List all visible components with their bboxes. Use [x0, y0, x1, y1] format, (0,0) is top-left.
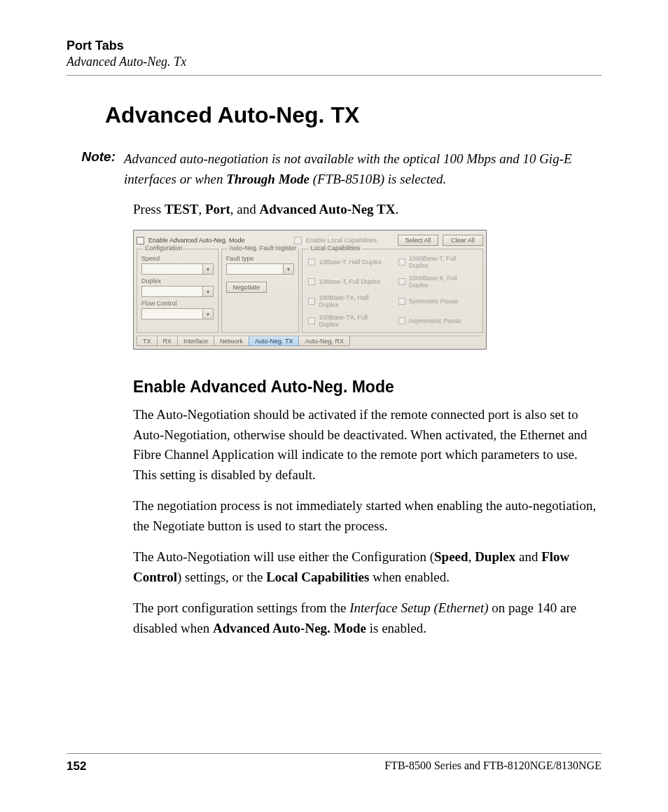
chevron-down-icon: ▾	[203, 308, 214, 319]
p3-t4: ) settings, or the	[177, 570, 266, 584]
cap-100btx-half: 100Base-TX, Half Duplex	[319, 294, 387, 308]
fault-register-group: Auto-Neg. Fault register Fault type ▾ Ne…	[221, 249, 300, 333]
tab-interface[interactable]: Interface	[177, 336, 214, 346]
negotiate-button[interactable]: Negotiate	[226, 282, 267, 293]
fault-type-dropdown[interactable]: ▾	[226, 263, 295, 275]
note-text: Advanced auto-negotiation is not availab…	[124, 149, 601, 189]
flow-control-dropdown[interactable]: ▾	[141, 308, 214, 319]
duplex-dropdown[interactable]: ▾	[141, 286, 214, 297]
press-instruction: Press TEST, Port, and Advanced Auto-Neg …	[133, 202, 601, 217]
note-label: Note:	[67, 149, 116, 189]
p3-t1: The Auto-Negotiation will use either the…	[133, 549, 434, 564]
press-b3: Advanced Auto-Neg TX	[260, 202, 396, 216]
page-title: Advanced Auto-Neg. TX	[105, 102, 601, 128]
cap-10bt-full: 10Base-T, Full Duplex	[319, 278, 380, 285]
configuration-group: Configuration Speed ▾ Duplex ▾ Flow Cont…	[137, 249, 218, 333]
ui-screenshot-panel: Enable Advanced Auto-Neg. Mode Enable Lo…	[133, 230, 487, 350]
paragraph-1: The Auto-Negotiation should be activated…	[133, 405, 601, 485]
fault-register-legend: Auto-Neg. Fault register	[228, 245, 299, 252]
tab-bar: TX RX Interface Network Auto-Neg. TX Aut…	[137, 336, 483, 346]
chevron-down-icon: ▾	[284, 263, 294, 275]
press-b2: Port	[205, 202, 230, 216]
tab-autoneg-tx[interactable]: Auto-Neg. TX	[249, 336, 299, 346]
clear-all-button[interactable]: Clear All	[443, 235, 483, 246]
tab-rx[interactable]: RX	[157, 336, 179, 346]
p3-b1: Speed	[434, 549, 468, 564]
enable-local-checkbox[interactable]	[294, 237, 302, 245]
p3-b4: Local Capabilities	[266, 570, 369, 584]
cap-100btx-full: 100Base-TX, Full Duplex	[319, 314, 387, 328]
chevron-down-icon: ▾	[203, 286, 214, 297]
press-end: .	[395, 202, 398, 216]
duplex-label: Duplex	[141, 277, 214, 284]
running-head-section: Port Tabs	[67, 39, 601, 53]
enable-local-label: Enable Local Capabilities	[306, 237, 377, 244]
header-rule	[67, 75, 601, 76]
note-text-post: (FTB-8510B) is selected.	[309, 172, 446, 186]
press-b1: TEST	[165, 202, 199, 216]
cap-checkbox[interactable]	[308, 259, 315, 266]
p3-b2: Duplex	[475, 549, 515, 564]
cap-checkbox[interactable]	[308, 317, 315, 324]
note-text-bold: Through Mode	[226, 172, 309, 186]
paragraph-2: The negotiation process is not immediate…	[133, 496, 601, 536]
press-s2: , and	[230, 202, 260, 216]
p4-t1: The port configuration settings from the	[133, 600, 349, 615]
footer-rule	[67, 753, 601, 754]
paragraph-4: The port configuration settings from the…	[133, 598, 601, 638]
p3-t5: when enabled.	[369, 570, 449, 584]
cap-checkbox[interactable]	[398, 278, 405, 285]
p4-t3: is enabled.	[366, 621, 426, 635]
cap-checkbox[interactable]	[398, 259, 405, 266]
tab-tx[interactable]: TX	[137, 336, 158, 346]
cap-1000bx-full: 1000Base-X, Full Duplex	[409, 275, 477, 289]
p3-t2: ,	[468, 549, 475, 564]
press-pre: Press	[133, 202, 165, 216]
paragraph-3: The Auto-Negotiation will use either the…	[133, 547, 601, 587]
page-footer: 152 FTB-8500 Series and FTB-8120NGE/8130…	[67, 753, 601, 773]
select-all-button[interactable]: Select All	[398, 235, 438, 246]
fault-type-label: Fault type	[226, 255, 295, 262]
cap-sym-pause: Symmetric Pause	[409, 298, 459, 305]
tab-network[interactable]: Network	[214, 336, 249, 346]
section-heading: Enable Advanced Auto-Neg. Mode	[133, 378, 601, 397]
cap-10bt-half: 10Base-T, Half Duplex	[319, 259, 382, 266]
note-block: Note: Advanced auto-negotiation is not a…	[67, 149, 601, 189]
configuration-legend: Configuration	[143, 245, 185, 252]
cap-checkbox[interactable]	[398, 317, 405, 324]
cap-1000bt-full: 1000Base-T, Full Duplex	[409, 255, 477, 269]
flow-control-label: Flow Control	[141, 300, 214, 307]
p4-b1: Advanced Auto-Neg. Mode	[213, 621, 366, 635]
p4-i1: Interface Setup (Ethernet)	[349, 600, 488, 615]
cap-checkbox[interactable]	[398, 298, 405, 305]
running-head-subsection: Advanced Auto-Neg. Tx	[67, 55, 601, 69]
enable-mode-checkbox[interactable]	[137, 237, 144, 245]
press-s1: ,	[198, 202, 205, 216]
chevron-down-icon: ▾	[203, 263, 214, 275]
page-number: 152	[67, 759, 86, 773]
cap-asym-pause: Asymmetric Pause	[409, 317, 461, 324]
cap-checkbox[interactable]	[308, 278, 315, 285]
local-capabilities-legend: Local Capabilities	[308, 245, 362, 252]
speed-dropdown[interactable]: ▾	[141, 263, 214, 275]
enable-mode-label: Enable Advanced Auto-Neg. Mode	[148, 237, 245, 244]
speed-label: Speed	[141, 255, 214, 262]
tab-autoneg-rx[interactable]: Auto-Neg. RX	[298, 336, 350, 346]
local-capabilities-group: Local Capabilities 10Base-T, Half Duplex…	[302, 249, 483, 333]
document-id: FTB-8500 Series and FTB-8120NGE/8130NGE	[384, 759, 601, 773]
cap-checkbox[interactable]	[308, 298, 315, 305]
p3-t3: and	[515, 549, 541, 564]
